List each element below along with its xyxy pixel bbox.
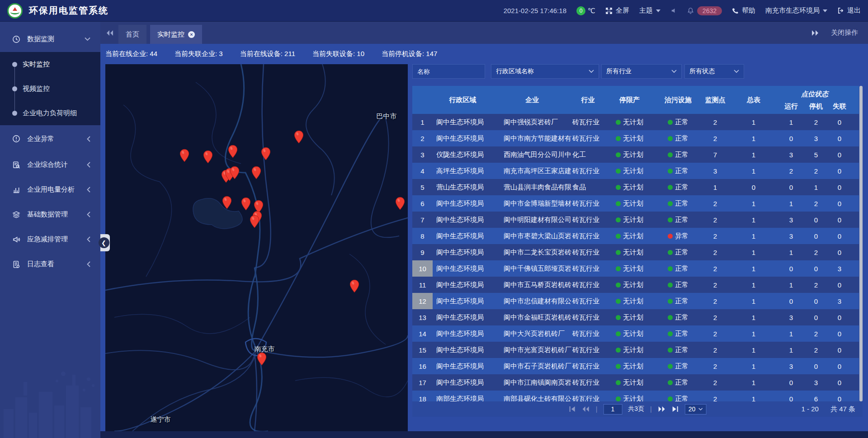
table-row[interactable]: 7阆中生态环境局阆中明阳建材有限公司砖瓦行业无计划正常21300 [412,212,859,228]
table-scrollbar[interactable] [859,86,863,401]
filter-row: 行政区域名称 所有行业 所有状态 [412,64,863,79]
theme-dropdown[interactable]: 主题 [639,6,660,15]
cell-lost: 0 [828,325,851,342]
table-row[interactable]: 10阆中生态环境局阆中千佛镇五郎垭页岩砖瓦行业无计划正常21003 [412,260,859,277]
first-page-button[interactable] [569,406,576,412]
table-row[interactable]: 8阆中生态环境局阆中市枣碧大梁山页岩砖瓦行业无计划异常21300 [412,228,859,244]
sidebar-item-3[interactable]: 企业用电量分析 [0,177,100,202]
cell-meter: 1 [729,114,778,130]
status-text: 正常 [675,281,689,289]
table-row[interactable]: 6阆中生态环境局阆中市金博瑞新型墙材砖瓦行业无计划正常21120 [412,195,859,212]
cell-halt: 3 [804,374,828,391]
cell-lost: 0 [828,195,851,212]
name-search-input[interactable] [417,68,480,75]
status-value: 无计划 [616,167,643,175]
map-pin[interactable] [251,166,261,179]
cell-halt: 2 [804,195,828,212]
status-dot-green-icon [616,217,621,222]
notification-button[interactable]: 2632 [687,6,722,15]
sidebar-subitem-0-0[interactable]: 实时监控 [0,52,100,76]
tab-1[interactable]: 实时监控× [150,25,202,44]
table-row[interactable]: 11阆中生态环境局阆中市五马桥页岩机砖砖瓦行业无计划正常21120 [412,277,859,293]
map-pin[interactable] [203,150,213,164]
map-pin[interactable] [228,145,238,158]
cell-lost: 0 [828,228,851,244]
map-pin[interactable] [241,197,251,211]
table-row[interactable]: 17阆中生态环境局阆中市江南镇阆南页岩砖瓦行业无计划正常21030 [412,374,859,391]
table-row[interactable]: 16阆中生态环境局阆中市石子页岩机砖厂砖瓦行业无计划正常21300 [412,358,859,374]
last-page-button[interactable] [672,406,679,412]
map-canvas[interactable]: 巴中市南充市遂宁市 [105,64,408,431]
tab-0[interactable]: 首页 [118,25,146,44]
table-row[interactable]: 15阆中生态环境局阆中市光富页岩机砖厂砖瓦行业无计划正常21120 [412,342,859,358]
status-text: 正常 [675,248,689,257]
page-number-input[interactable] [603,404,622,414]
sidebar-item-6[interactable]: 日志查看 [0,252,100,277]
status-text: 无计划 [623,330,643,338]
table-row[interactable]: 18南部生态环境局南部县砚化土砖有限公砖瓦行业无计划正常21060 [412,391,859,401]
cell-run: 0 [778,293,804,309]
map-pin[interactable] [230,166,240,179]
table-row[interactable]: 12阆中生态环境局阆中市忠信建材有限公砖瓦行业无计划正常21003 [412,293,859,309]
close-operations-button[interactable]: 关闭操作 [831,28,858,37]
cell-lost: 0 [828,212,851,228]
cell-run: 3 [778,146,804,163]
status-text: 无计划 [623,183,643,192]
table-row[interactable]: 14阆中生态环境局阆中大兴页岩机砖厂砖瓦行业无计划正常21120 [412,325,859,342]
user-org-dropdown[interactable]: 南充市生态环境局 [765,6,827,15]
row-index: 2 [412,130,433,146]
industry-select[interactable]: 所有行业 [601,64,682,79]
status-text: 正常 [675,216,689,224]
sidebar-subitem-0-2[interactable]: 企业电力负荷明细 [0,101,100,125]
table-row[interactable]: 13阆中生态环境局阆中市金福旺页岩机砖砖瓦行业无计划正常21300 [412,309,859,325]
page-size-select[interactable]: 20 [685,404,707,414]
cell-company: 阆中市光富页岩机砖厂 [493,342,571,358]
tabs-scroll-left-button[interactable] [106,30,114,36]
table-row[interactable]: 3仪陇生态环境局西南油气田分公司川中化工无计划正常71350 [412,146,859,163]
map-pin[interactable] [261,147,271,160]
cell-company: 阆中市石子页岩机砖厂 [493,358,571,374]
fullscreen-icon [605,7,613,14]
logout-button[interactable]: 退出 [837,6,861,15]
sidebar-subitem-label: 实时监控 [23,60,50,69]
sidebar-collapse-button[interactable]: ❮ [100,234,110,251]
map-pin[interactable] [395,197,405,210]
sidebar-item-4[interactable]: 基础数据管理 [0,202,100,227]
table-row[interactable]: 9阆中生态环境局阆中市二龙长宝页岩砖砖瓦行业无计划正常21120 [412,244,859,260]
map-pin[interactable] [222,196,232,209]
status-text: 无计划 [623,151,643,159]
cell-meter: 1 [729,277,778,293]
status-select[interactable]: 所有状态 [684,64,744,79]
map-pin[interactable] [250,215,259,228]
fullscreen-button[interactable]: 全屏 [605,6,629,15]
table-row[interactable]: 2阆中生态环境局阆中市南方节能建材有砖瓦行业无计划正常21030 [412,130,859,146]
row-index: 13 [412,309,433,325]
cell-industry: 砖瓦行业 [571,244,604,260]
close-icon[interactable]: × [188,31,195,38]
next-page-button[interactable] [658,406,666,412]
row-index: 15 [412,342,433,358]
region-select[interactable]: 行政区域名称 [491,64,599,79]
sidebar-item-1[interactable]: 企业异常 [0,125,100,152]
map-pin[interactable] [257,352,267,366]
table-row[interactable]: 4高坪生态环境局南充市高坪区王家店建砖瓦行业无计划正常31220 [412,163,859,179]
map-pin[interactable] [349,279,359,293]
table-row[interactable]: 1阆中生态环境局阆中强锐页岩砖厂砖瓦行业无计划正常21120 [412,114,859,130]
table-row[interactable]: 5营山生态环境局营山县润丰肉食品有限食品无计划正常10010 [412,179,859,195]
sidebar-item-5[interactable]: 应急减排管理 [0,227,100,252]
map-pin[interactable] [294,130,304,144]
tabs-scroll-right-button[interactable] [811,30,819,36]
status-value: 无计划 [616,232,643,240]
cell-monitor: 2 [702,195,729,212]
cell-halt: 2 [804,163,828,179]
cell-lost: 0 [828,309,851,325]
map-pin[interactable] [179,149,189,162]
sidebar-subitem-0-1[interactable]: 视频监控 [0,76,100,101]
sidebar-item-2[interactable]: 企业综合统计 [0,152,100,177]
status-dot-green-icon [668,266,673,271]
help-button[interactable]: 帮助 [732,6,755,15]
sidebar-item-0[interactable]: 数据监测 [0,26,100,52]
sound-button[interactable] [670,7,677,14]
status-dot-green-icon [668,217,673,222]
prev-page-button[interactable] [582,406,590,412]
